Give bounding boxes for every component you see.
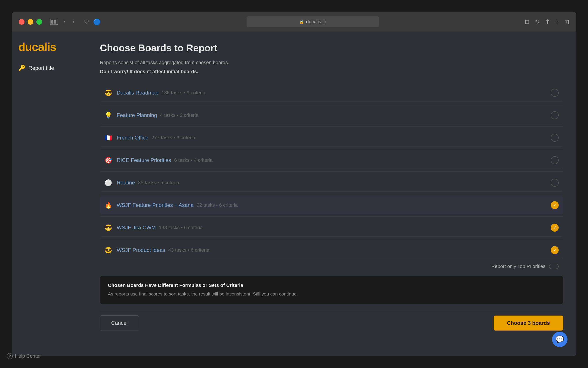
top-priorities-toggle[interactable] [549,264,559,269]
address-bar[interactable]: 🔒 ducalis.io [247,16,379,27]
board-emoji: 😎 [104,247,112,254]
board-emoji: 😎 [104,224,112,231]
board-meta: 6 tasks • 4 criteria [174,157,213,163]
board-meta: 4 tasks • 2 criteria [160,112,199,118]
board-name: French Office [117,135,148,141]
board-checkbox[interactable] [551,111,559,119]
sidebar-toggle-bar [51,20,53,24]
board-emoji: 💡 [104,112,112,119]
board-row[interactable]: ⚪ Routine 35 tasks • 5 criteria [100,174,563,192]
divider [100,171,563,172]
footer-actions: Cancel Choose 3 boards [100,315,563,331]
board-name: Routine [117,180,135,186]
board-name: Ducalis Roadmap [117,90,158,96]
top-priorities-label: Report only Top Priorities [491,264,545,269]
divider [100,194,563,194]
board-checkbox[interactable] [551,89,559,97]
warning-title: Chosen Boards Have Different Formulas or… [108,283,555,288]
address-bar-container: 🔒 ducalis.io [105,16,520,27]
divider [100,216,563,217]
board-checkbox[interactable] [551,179,559,187]
browser-toolbar: ‹ › 🛡 🔵 🔒 ducalis.io ⊡ ↻ ⬆ + ⊞ [12,12,576,31]
boards-list: 😎 Ducalis Roadmap 135 tasks • 9 criteria… [100,84,563,259]
help-center-button[interactable]: ? Help Center [12,353,41,356]
board-checkbox-checked[interactable]: ✓ [551,246,559,254]
board-emoji: 😎 [104,89,112,97]
board-emoji: 🇫🇷 [104,134,112,141]
description-line2: Don't worry! It doesn't affect initial b… [100,68,563,75]
traffic-light-close[interactable] [19,19,25,25]
app-logo[interactable]: ducalis [18,40,80,54]
board-name: WSJF Feature Priorities + Asana [117,202,194,208]
board-row[interactable]: 💡 Feature Planning 4 tasks • 2 criteria [100,106,563,124]
sidebar-toggle-bar [54,20,56,24]
board-row[interactable]: 🎯 RICE Feature Priorities 6 tasks • 4 cr… [100,151,563,169]
browser-content: ducalis 🔑 Report title ? Help Center Cho… [12,31,576,356]
board-name: Feature Planning [117,112,157,118]
translate-icon[interactable]: ⊡ [525,18,530,25]
help-center-label: Help Center [15,353,41,356]
board-row[interactable]: 😎 Ducalis Roadmap 135 tasks • 9 criteria [100,84,563,102]
description-line1: Reports consist of all tasks aggregated … [100,59,563,66]
footer-divider [100,311,563,311]
traffic-lights [19,19,42,25]
share-icon[interactable]: ⬆ [545,18,550,26]
page-title: Choose Boards to Report [100,43,563,54]
board-row-selected[interactable]: 😎 WSJF Product Ideas 43 tasks • 6 criter… [100,241,563,259]
board-meta: 135 tasks • 9 criteria [161,90,205,96]
board-row-selected[interactable]: 🔥 WSJF Feature Priorities + Asana 92 tas… [100,196,563,214]
board-meta: 35 tasks • 5 criteria [138,180,179,185]
board-checkbox-checked[interactable]: ✓ [551,201,559,209]
board-row[interactable]: 🇫🇷 French Office 277 tasks • 3 criteria [100,129,563,147]
board-checkbox[interactable] [551,134,559,142]
refresh-icon[interactable]: ↻ [535,18,540,25]
divider [100,127,563,127]
browser-window: ‹ › 🛡 🔵 🔒 ducalis.io ⊡ ↻ ⬆ + ⊞ ducalis 🔑 [12,12,576,356]
sidebar-item-report[interactable]: 🔑 Report title [18,62,80,74]
board-emoji: ⚪ [104,179,112,186]
url-text: ducalis.io [306,19,326,25]
lock-icon: 🔒 [299,19,304,24]
board-name: WSJF Jira CWM [117,225,156,231]
extension-icon: 🛡 [84,19,90,25]
sidebar-item-label: Report title [28,65,54,71]
top-priorities-row: Report only Top Priorities [100,259,563,274]
chat-button[interactable]: 💬 [552,332,568,347]
divider [100,104,563,104]
board-meta: 43 tasks • 6 criteria [168,247,209,253]
divider [100,239,563,239]
traffic-light-minimize[interactable] [28,19,33,25]
board-emoji: 🎯 [104,157,112,164]
main-panel: Choose Boards to Report Reports consist … [87,31,576,356]
divider [100,149,563,149]
board-checkbox-checked[interactable]: ✓ [551,224,559,232]
board-checkbox[interactable] [551,156,559,164]
sidebar-toggle-button[interactable] [50,19,58,25]
board-row-selected[interactable]: 😎 WSJF Jira CWM 138 tasks • 6 criteria ✓ [100,219,563,237]
cancel-button[interactable]: Cancel [100,315,139,331]
back-button[interactable]: ‹ [62,18,67,26]
board-name: RICE Feature Priorities [117,157,171,163]
new-tab-icon[interactable]: + [555,18,559,25]
help-icon: ? [12,353,13,356]
board-meta: 277 tasks • 3 criteria [152,135,195,141]
warning-text: As reports use final scores to sort task… [108,290,555,297]
board-name: WSJF Product Ideas [117,247,165,253]
forward-button[interactable]: › [71,18,76,26]
board-meta: 92 tasks • 6 criteria [197,202,238,208]
browser-controls: ‹ › [50,18,76,26]
chat-icon: 💬 [555,335,564,344]
board-emoji: 🔥 [104,202,112,209]
choose-boards-button[interactable]: Choose 3 boards [493,316,563,331]
key-icon: 🔑 [18,64,25,71]
password-manager-icon: 🔵 [93,18,101,26]
sidebar: ducalis 🔑 Report title ? Help Center [12,31,87,356]
board-meta: 138 tasks • 6 criteria [159,225,202,230]
warning-box: Chosen Boards Have Different Formulas or… [100,276,563,304]
browser-actions: ⊡ ↻ ⬆ + ⊞ [525,18,569,26]
tabs-overview-icon[interactable]: ⊞ [564,18,569,26]
traffic-light-maximize[interactable] [36,19,42,25]
